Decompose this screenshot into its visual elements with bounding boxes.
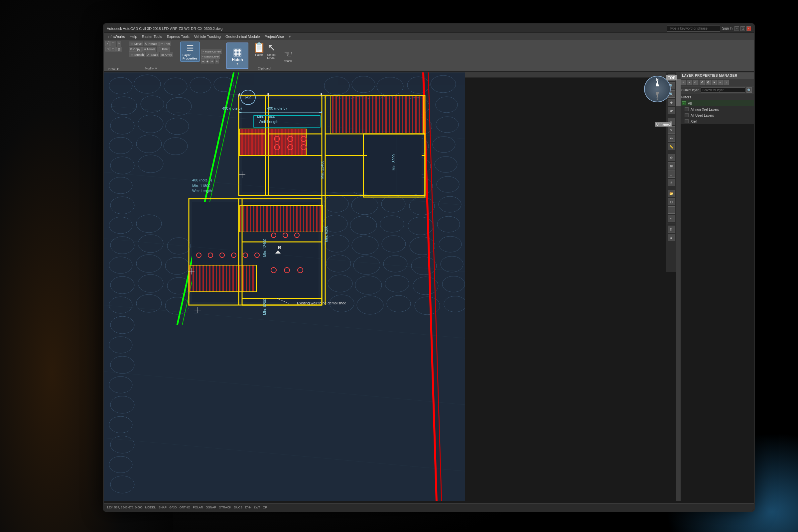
scrollbar-thumb[interactable] [676,79,681,106]
btn-move[interactable]: ↔ Move [129,41,143,46]
cad-drawing[interactable]: P2 400 (note 5) 400 (note 5) Min. 11800 … [104,73,465,501]
btn-fillet[interactable]: ⌒ Fillet [157,46,170,52]
layer-view-btn[interactable]: ≡ [718,80,723,85]
paste-label: Paste [255,53,263,56]
tool-extra2[interactable]: ◈ [668,234,675,241]
window-controls: − □ × [735,26,751,31]
status-model[interactable]: MODEL [145,506,156,509]
filter-used-layers[interactable]: All Used Layers [679,112,754,118]
btn-stretch[interactable]: ↔ Stretch [129,53,145,57]
filter-all-label: All [688,102,692,105]
tool-draw[interactable]: ✏ [668,135,675,142]
status-ortho[interactable]: ORTHO [180,506,190,509]
clipboard-label: Clipboard [258,67,271,70]
status-osnap[interactable]: OSNAP [206,506,217,509]
tool-extra1[interactable]: ⚙ [668,226,675,233]
tool-hatch-small[interactable]: ▨ [116,47,122,52]
status-qp[interactable]: QP [263,506,267,509]
tool-grid[interactable]: ⊞ [668,162,675,169]
menu-geotechnical[interactable]: Geotechnical Module [223,34,262,39]
filter-all[interactable]: ✓ All [679,100,754,106]
maximize-btn[interactable]: □ [741,26,745,31]
filter-non-xref[interactable]: All non-Xref Layers [679,106,754,112]
status-lw[interactable]: LWT [254,506,260,509]
layer-settings-btn[interactable]: ⚙ [706,80,711,85]
layer-current-btn[interactable]: ✓ [692,80,698,85]
layer-new-btn[interactable]: + [681,80,686,85]
layer-filter-btn[interactable]: ▼ [711,80,717,85]
btn-array[interactable]: ⊞ Array [160,53,173,57]
monitor: Autodesk AutoCAD Civil 3D 2018 LFD-ARP-Z… [103,23,755,512]
layer-delete-btn[interactable]: × [687,80,692,85]
menu-projectwise[interactable]: ProjectWise [262,34,286,39]
btn-layer-icon4[interactable]: ⊘ [215,59,219,63]
filter-non-xref-checkbox [685,107,689,111]
tool-orbit[interactable]: ⟳ [668,107,675,114]
menu-help[interactable]: Help [128,34,139,39]
scrollbar-vertical[interactable] [676,73,681,501]
layer-properties-label: LayerProperties [183,54,198,60]
modify-row2: ⧉ Copy ⇔ Mirror ⌒ Fillet [129,46,173,52]
status-polar[interactable]: POLAR [193,506,203,509]
tool-ortho[interactable]: ⊥ [668,170,675,178]
tool-line[interactable]: ╱ [106,41,110,46]
tool-poly[interactable]: ⬡ [110,47,116,52]
btn-layer-icon2[interactable]: ◉ [205,59,209,63]
menu-infraworks[interactable]: InfraWorks [106,34,127,39]
menu-vehicle-tracking[interactable]: Vehicle Tracking [192,34,223,39]
tool-select[interactable]: ↖ [668,126,675,134]
status-dyn[interactable]: DYN [245,506,252,509]
modify-row3: ↔ Stretch ⤢ Scale ⊞ Array [129,53,173,57]
btn-make-current[interactable]: ✓ Make Current [201,50,222,54]
filter-non-xref-label: All non-Xref Layers [691,108,719,111]
status-snap[interactable]: SNAP [159,506,167,509]
status-grid[interactable]: GRID [169,506,177,509]
tool-snap[interactable]: ⊙ [668,154,675,161]
status-ducs[interactable]: DUCS [234,506,243,509]
clipboard-btns: 📋 Paste ↖ SelectMode [253,41,276,60]
modify-label: Modify ▼ [129,67,173,70]
hatch-btn[interactable]: ▦ Hatch ▼ [226,42,248,69]
layer-info-btn[interactable]: i [724,80,729,85]
select-mode-icon: ↖ [267,41,276,53]
tool-dim[interactable]: ↔ [668,215,675,222]
tool-block[interactable]: ◻ [668,198,675,205]
btn-copy[interactable]: ⧉ Copy [129,47,142,52]
tool-text[interactable]: T [668,206,675,214]
menu-express-tools[interactable]: Express Tools [165,34,191,39]
tool-layer[interactable]: 📂 [668,190,675,197]
filter-xref[interactable]: Xref [679,118,754,124]
btn-layer-icon3[interactable]: ⊗ [210,59,214,63]
compass-widget[interactable]: N S TOP [644,76,674,106]
btn-trim[interactable]: ✂ Trim [159,41,171,46]
tool-measure[interactable]: 📏 [668,143,675,150]
btn-match-layer[interactable]: ≡ Match Layer [201,55,220,59]
btn-mirror[interactable]: ⇔ Mirror [142,47,156,52]
tool-rect[interactable]: □ [106,47,110,52]
layer-properties-btn[interactable]: ☰ LayerProperties [180,41,200,62]
filter-all-checkbox: ✓ [682,101,686,105]
title-bar-left: Autodesk AutoCAD Civil 3D 2018 LFD-ARP-Z… [107,26,222,31]
paste-btn[interactable]: 📋 Paste [253,41,265,60]
touch-group: ☜ Touch [281,41,296,71]
close-btn[interactable]: × [746,26,751,31]
layer-refresh-btn[interactable]: ↺ [700,80,705,85]
minimize-btn[interactable]: − [735,26,739,31]
btn-scale[interactable]: ⤢ Scale [146,53,159,57]
search-layer-input[interactable] [701,88,745,93]
btn-rotate[interactable]: ↻ Rotate [144,41,159,46]
tool-polar[interactable]: ◎ [668,179,675,186]
hatch-dropdown-arrow[interactable]: ▼ [236,62,239,65]
tool-circle[interactable]: ○ [117,41,121,46]
layer-panel-toolbar: + × ✓ ↺ ⚙ ▼ ≡ i [679,79,754,87]
sign-in-btn[interactable]: Sign In [722,26,732,30]
btn-layer-icon1[interactable]: ◈ [201,59,205,63]
menu-more[interactable]: ▼ [288,35,292,39]
status-otrack[interactable]: OTRACK [219,506,231,509]
select-mode-btn[interactable]: ↖ SelectMode [267,41,276,60]
compass-needle-north [656,80,659,87]
search-layer-btn[interactable]: 🔍 [746,88,752,93]
tool-arc[interactable]: ⌒ [110,41,116,46]
menu-raster-tools[interactable]: Raster Tools [140,34,164,39]
search-input[interactable] [667,25,720,32]
